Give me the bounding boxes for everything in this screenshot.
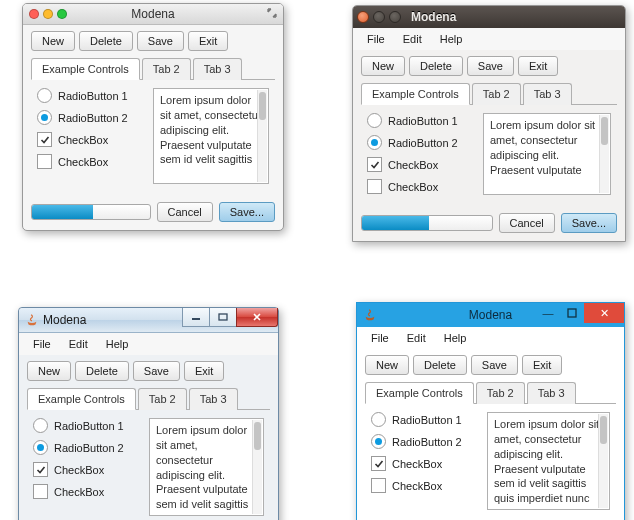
exit-button[interactable]: Exit — [184, 361, 224, 381]
menu-file[interactable]: File — [363, 330, 397, 346]
text-area[interactable]: Lorem ipsum dolor sit amet, consectetur … — [153, 88, 269, 184]
text-area[interactable]: Lorem ipsum dolor sit amet, consectetur … — [483, 113, 611, 195]
radio-1[interactable]: RadioButton 1 — [33, 418, 141, 433]
delete-button[interactable]: Delete — [413, 355, 467, 375]
close-icon[interactable]: ✕ — [584, 303, 624, 323]
radio-2-label: RadioButton 2 — [58, 112, 128, 124]
menu-help[interactable]: Help — [98, 336, 137, 352]
tab-2[interactable]: Tab 2 — [138, 388, 187, 410]
resize-icon[interactable] — [267, 8, 277, 18]
maximize-icon[interactable] — [560, 303, 584, 323]
tab-3[interactable]: Tab 3 — [193, 58, 242, 80]
delete-button[interactable]: Delete — [409, 56, 463, 76]
close-icon[interactable] — [357, 11, 369, 23]
minimize-icon[interactable]: — — [536, 303, 560, 323]
cancel-button[interactable]: Cancel — [157, 202, 213, 222]
radio-2[interactable]: RadioButton 2 — [37, 110, 145, 125]
tab-2[interactable]: Tab 2 — [142, 58, 191, 80]
tab-3[interactable]: Tab 3 — [523, 83, 572, 105]
radio-2-label: RadioButton 2 — [388, 137, 458, 149]
cancel-button[interactable]: Cancel — [499, 213, 555, 233]
save-button[interactable]: Save — [467, 56, 514, 76]
scrollbar-thumb[interactable] — [254, 422, 261, 450]
titlebar[interactable]: Modena — ✕ — [357, 303, 624, 327]
app-icon — [25, 313, 39, 327]
checkbox-1[interactable]: CheckBox — [367, 157, 475, 172]
minimize-icon[interactable] — [373, 11, 385, 23]
toolbar: New Delete Save Exit — [357, 349, 624, 381]
tabs: Example Controls Tab 2 Tab 3 — [361, 82, 617, 105]
exit-button[interactable]: Exit — [188, 31, 228, 51]
scrollbar-thumb[interactable] — [601, 117, 608, 145]
tab-example-controls[interactable]: Example Controls — [365, 382, 474, 404]
radio-2[interactable]: RadioButton 2 — [371, 434, 479, 449]
exit-button[interactable]: Exit — [518, 56, 558, 76]
tabs: Example Controls Tab 2 Tab 3 — [31, 57, 275, 80]
scrollbar-thumb[interactable] — [600, 416, 607, 444]
checkbox-2-label: CheckBox — [54, 486, 104, 498]
checkbox-2[interactable]: CheckBox — [367, 179, 475, 194]
menu-edit[interactable]: Edit — [399, 330, 434, 346]
radio-1[interactable]: RadioButton 1 — [367, 113, 475, 128]
tab-example-controls[interactable]: Example Controls — [361, 83, 470, 105]
radio-1[interactable]: RadioButton 1 — [371, 412, 479, 427]
radio-1[interactable]: RadioButton 1 — [37, 88, 145, 103]
scrollbar[interactable] — [598, 414, 608, 508]
titlebar[interactable]: Modena — [23, 4, 283, 25]
scrollbar-thumb[interactable] — [259, 92, 266, 120]
scrollbar[interactable] — [599, 115, 609, 193]
save-button[interactable]: Save — [471, 355, 518, 375]
text-area-content: Lorem ipsum dolor sit amet, consectetur … — [494, 418, 599, 510]
checkbox-1[interactable]: CheckBox — [33, 462, 141, 477]
window-win7: Modena File Edit Help New Delete Save Ex… — [18, 307, 279, 520]
svg-rect-2 — [568, 309, 576, 317]
menu-edit[interactable]: Edit — [395, 31, 430, 47]
save-as-button[interactable]: Save... — [561, 213, 617, 233]
delete-button[interactable]: Delete — [75, 361, 129, 381]
exit-button[interactable]: Exit — [522, 355, 562, 375]
menu-edit[interactable]: Edit — [61, 336, 96, 352]
delete-button[interactable]: Delete — [79, 31, 133, 51]
checkbox-1[interactable]: CheckBox — [371, 456, 479, 471]
tab-2[interactable]: Tab 2 — [476, 382, 525, 404]
tab-3[interactable]: Tab 3 — [189, 388, 238, 410]
new-button[interactable]: New — [27, 361, 71, 381]
scrollbar[interactable] — [252, 420, 262, 514]
window-title: Modena — [43, 313, 86, 327]
tab-panel: RadioButton 1 RadioButton 2 CheckBox Che… — [27, 410, 270, 520]
maximize-icon[interactable] — [209, 308, 236, 327]
scrollbar[interactable] — [257, 90, 267, 182]
save-button[interactable]: Save — [133, 361, 180, 381]
new-button[interactable]: New — [31, 31, 75, 51]
new-button[interactable]: New — [365, 355, 409, 375]
tab-example-controls[interactable]: Example Controls — [27, 388, 136, 410]
menu-file[interactable]: File — [25, 336, 59, 352]
radio-2[interactable]: RadioButton 2 — [367, 135, 475, 150]
minimize-icon[interactable] — [182, 308, 209, 327]
footer: Cancel Save... — [23, 198, 283, 230]
save-button[interactable]: Save — [137, 31, 184, 51]
menu-help[interactable]: Help — [436, 330, 475, 346]
menubar: File Edit Help — [353, 28, 625, 50]
new-button[interactable]: New — [361, 56, 405, 76]
menu-help[interactable]: Help — [432, 31, 471, 47]
close-icon[interactable] — [236, 308, 278, 327]
maximize-icon[interactable] — [389, 11, 401, 23]
window-win8: Modena — ✕ File Edit Help New Delete Sav… — [356, 302, 625, 520]
checkbox-1[interactable]: CheckBox — [37, 132, 145, 147]
checkbox-2[interactable]: CheckBox — [371, 478, 479, 493]
text-area[interactable]: Lorem ipsum dolor sit amet, consectetur … — [149, 418, 264, 516]
window-mac: Modena New Delete Save Exit Example Cont… — [22, 3, 284, 231]
titlebar[interactable]: Modena — [353, 6, 625, 28]
tab-3[interactable]: Tab 3 — [527, 382, 576, 404]
radio-2[interactable]: RadioButton 2 — [33, 440, 141, 455]
tab-2[interactable]: Tab 2 — [472, 83, 521, 105]
checkbox-1-label: CheckBox — [392, 458, 442, 470]
save-as-button[interactable]: Save... — [219, 202, 275, 222]
tab-example-controls[interactable]: Example Controls — [31, 58, 140, 80]
checkbox-2[interactable]: CheckBox — [33, 484, 141, 499]
titlebar[interactable]: Modena — [19, 308, 278, 333]
menu-file[interactable]: File — [359, 31, 393, 47]
checkbox-2[interactable]: CheckBox — [37, 154, 145, 169]
text-area[interactable]: Lorem ipsum dolor sit amet, consectetur … — [487, 412, 610, 510]
